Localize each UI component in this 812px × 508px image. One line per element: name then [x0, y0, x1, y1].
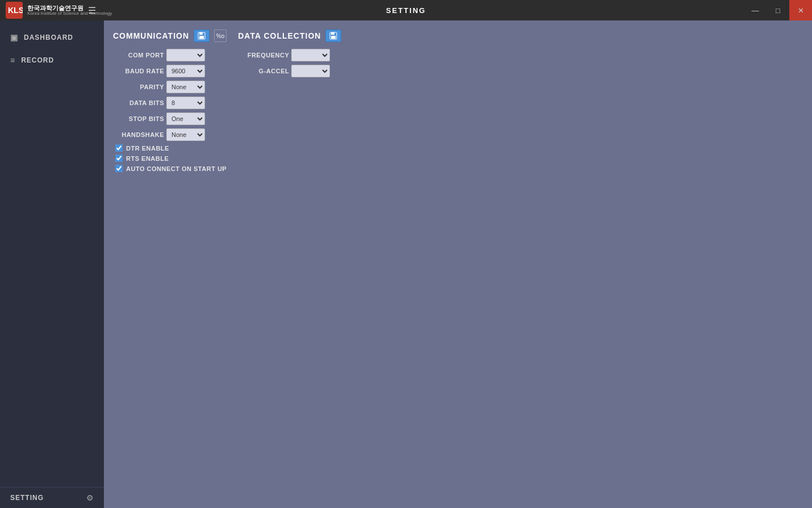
record-icon: ≡ [10, 56, 15, 65]
rts-enable-checkbox[interactable] [115, 155, 123, 162]
main-content: COMMUNICATION %o COM PORT [104, 20, 812, 508]
logo-main: 한국과학기술연구원 [27, 5, 112, 11]
close-button[interactable]: ✕ [789, 0, 812, 20]
dc-save-icon [329, 32, 337, 40]
sidebar-nav: ▣ DASHBOARD ≡ RECORD [0, 20, 104, 487]
panels-row: COMMUNICATION %o COM PORT [113, 30, 803, 175]
sidebar-item-dashboard-label: DASHBOARD [24, 34, 73, 41]
svg-rect-6 [331, 32, 334, 35]
dtr-enable-checkbox[interactable] [115, 144, 123, 152]
baud-rate-select[interactable]: 9600 115200 [166, 65, 205, 77]
minimize-button[interactable]: — [744, 0, 767, 20]
sidebar-item-record-label: RECORD [21, 56, 54, 64]
baud-rate-label: BAUD RATE [113, 68, 164, 74]
handshake-row: HANDSHAKE None XOnXOff [113, 128, 227, 141]
data-bits-select[interactable]: 8 7 [166, 97, 205, 109]
com-port-select[interactable] [166, 49, 205, 61]
titlebar: KLS 한국과학기술연구원 Korea Institute of Science… [0, 0, 812, 20]
parity-select[interactable]: None Even Odd [166, 81, 205, 93]
stop-bits-label: STOP BITS [113, 115, 164, 122]
stop-bits-row: STOP BITS One Two [113, 113, 227, 125]
parity-label: PARITY [113, 84, 164, 90]
save-icon [198, 32, 206, 40]
logo-sub: Korea Institute of Science and Technolog… [27, 11, 112, 16]
restore-button[interactable]: □ [767, 0, 789, 20]
g-accel-select[interactable] [291, 65, 330, 77]
frequency-select[interactable] [291, 49, 330, 61]
com-port-row: COM PORT [113, 49, 227, 61]
communication-title: COMMUNICATION [113, 31, 189, 40]
data-bits-row: DATA BITS 8 7 [113, 97, 227, 109]
handshake-select[interactable]: None XOnXOff [166, 128, 205, 141]
svg-rect-7 [331, 36, 336, 39]
hamburger-button[interactable]: ☰ [88, 5, 96, 16]
frequency-label: FREQUENCY [238, 52, 289, 59]
baud-rate-row: BAUD RATE 9600 115200 [113, 65, 227, 77]
gear-icon[interactable]: ⚙ [86, 493, 94, 502]
sidebar-item-record[interactable]: ≡ RECORD [0, 49, 104, 72]
data-collection-title: DATA COLLECTION [238, 31, 321, 40]
communication-save-button[interactable] [194, 30, 210, 42]
app-logo: KLS 한국과학기술연구원 Korea Institute of Science… [6, 2, 112, 19]
percent-button[interactable]: %o [214, 30, 227, 42]
dtr-enable-label: DTR ENABLE [126, 145, 169, 152]
sidebar-footer: SETTING ⚙ [0, 487, 104, 508]
svg-rect-3 [199, 32, 203, 35]
sidebar: ▣ DASHBOARD ≡ RECORD SETTING ⚙ [0, 20, 104, 508]
g-accel-row: G-ACCEL [238, 65, 341, 77]
data-collection-panel: DATA COLLECTION FREQUENCY G-ACCE [238, 30, 341, 81]
g-accel-label: G-ACCEL [238, 68, 289, 74]
logo-svg: KLS [6, 2, 23, 19]
footer-setting-label: SETTING [10, 494, 44, 502]
parity-row: PARITY None Even Odd [113, 81, 227, 93]
frequency-row: FREQUENCY [238, 49, 341, 61]
dashboard-icon: ▣ [10, 33, 18, 42]
communication-panel: COMMUNICATION %o COM PORT [113, 30, 227, 175]
auto-connect-row: AUTO CONNECT ON START UP [113, 165, 227, 172]
rts-enable-row: RTS ENABLE [113, 155, 227, 162]
data-collection-header: DATA COLLECTION [238, 30, 341, 42]
sidebar-item-dashboard[interactable]: ▣ DASHBOARD [0, 26, 104, 49]
stop-bits-select[interactable]: One Two [166, 113, 205, 125]
svg-rect-4 [199, 36, 204, 39]
logo-text: 한국과학기술연구원 Korea Institute of Science and… [27, 5, 112, 16]
window-title: SETTING [386, 6, 426, 15]
svg-text:KLS: KLS [8, 6, 23, 15]
dtr-enable-row: DTR ENABLE [113, 144, 227, 152]
communication-header: COMMUNICATION %o [113, 30, 227, 42]
auto-connect-label: AUTO CONNECT ON START UP [126, 165, 227, 172]
rts-enable-label: RTS ENABLE [126, 155, 169, 162]
com-port-label: COM PORT [113, 52, 164, 59]
auto-connect-checkbox[interactable] [115, 165, 123, 172]
handshake-label: HANDSHAKE [113, 131, 164, 138]
window-controls: — □ ✕ [744, 0, 812, 20]
data-bits-label: DATA BITS [113, 99, 164, 106]
data-collection-save-button[interactable] [325, 30, 341, 42]
